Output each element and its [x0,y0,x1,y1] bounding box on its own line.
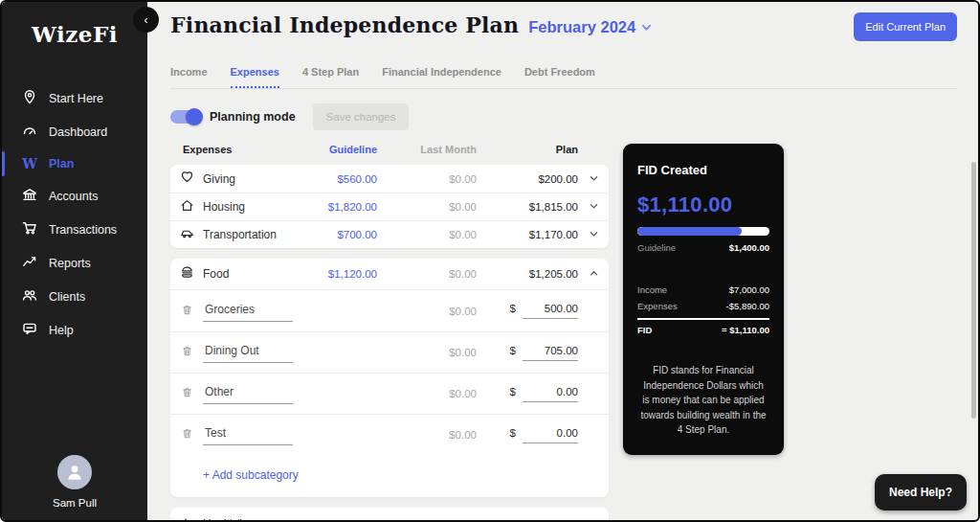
tab-financial-independence[interactable]: Financial Independence [382,66,501,88]
topbar: Financial Independence Plan February 202… [170,2,957,41]
car-icon [180,226,194,244]
sidebar-item-start-here[interactable]: Start Here [2,81,147,115]
main-content: Financial Independence Plan February 202… [147,2,978,520]
subcategory-name-input[interactable]: Groceries [203,301,293,322]
fid-progress-fill [637,227,742,236]
plan-amount-input[interactable]: $ 500.00 [477,303,578,319]
chevron-down-icon[interactable] [589,198,599,216]
app-window: WizeFi ‹ Start Here Dashboard W Plan Acc… [0,0,980,522]
need-help-button[interactable]: Need Help? [875,474,967,511]
sidebar-item-help[interactable]: Help [2,313,147,347]
col-header-guideline: Guideline [293,144,377,155]
table-header-row: Expenses Guideline Last Month Plan [170,144,609,165]
subcategory-row-test: Test $0.00 $ 0.00 [170,414,609,455]
subcategory-name-input[interactable]: Other [203,383,293,404]
page-title: Financial Independence Plan [170,12,519,37]
home-icon [180,198,194,216]
fid-expenses-row: Expenses -$5,890.00 [637,298,769,314]
trash-icon[interactable] [181,303,193,320]
sidebar-item-label: Start Here [49,92,103,105]
col-header-expenses: Expenses [170,144,293,155]
tab-income[interactable]: Income [170,66,208,88]
chevron-down-icon [641,22,652,33]
subcategory-name-input[interactable]: Dining Out [203,342,293,363]
sidebar-item-transactions[interactable]: Transactions [2,213,147,246]
chevron-down-icon[interactable] [589,226,599,243]
table-row-food[interactable]: Food $1,120.00 $0.00 $1,205.00 [170,259,609,290]
planning-mode-toggle[interactable]: Planning mode [170,110,296,124]
subcategory-row-dining-out: Dining Out $0.00 $ 705.00 [170,331,609,373]
toggle-track [170,110,201,124]
fid-guideline-row: Guideline $1,400.00 [637,242,769,253]
chevron-down-icon[interactable] [589,515,599,520]
content-area: Expenses Guideline Last Month Plan Givin… [170,144,957,520]
sidebar-item-reports[interactable]: Reports [2,246,147,280]
sidebar-item-label: Help [49,324,74,337]
burger-icon [180,265,194,284]
add-subcategory-link[interactable]: + Add subcategory [170,455,609,497]
edit-current-plan-button[interactable]: Edit Current Plan [854,12,957,41]
sidebar-item-clients[interactable]: Clients [2,280,147,313]
fid-total-row: FID = $1,110.00 [637,318,769,338]
trash-icon[interactable] [181,426,193,443]
expenses-table: Expenses Guideline Last Month Plan Givin… [170,144,609,520]
period-label: February 2024 [528,18,635,36]
plan-controls: Planning mode Save changes [170,103,957,130]
sidebar-item-dashboard[interactable]: Dashboard [2,115,147,148]
fid-title: FID Created [637,163,769,177]
fid-breakdown: Income $7,000.00 Expenses -$5,890.00 FID… [637,282,769,338]
tab-4-step-plan[interactable]: 4 Step Plan [302,66,359,88]
heartbeat-icon [180,515,194,521]
table-row-health-insurance[interactable]: Health/Insurance $840.00 $0.00 $100.00 [170,508,609,520]
chevron-left-icon: ‹ [145,13,148,27]
app-logo: WizeFi [2,2,147,47]
fid-panel: FID Created $1,110.00 Guideline $1,400.0… [623,144,784,455]
fid-description: FID stands for Financial Independence Do… [637,363,769,438]
scrollbar-thumb[interactable] [971,162,976,419]
tab-bar: Income Expenses 4 Step Plan Financial In… [170,66,957,89]
col-header-plan: Plan [477,144,578,155]
tab-expenses[interactable]: Expenses [231,66,279,88]
fid-progress-bar [637,227,769,236]
avatar [57,455,92,489]
wizefi-w-icon: W [22,156,37,171]
people-icon [22,287,37,306]
save-changes-button[interactable]: Save changes [313,103,410,130]
table-row-housing[interactable]: Housing $1,820.00 $0.00 $1,815.00 [170,193,609,220]
sidebar-item-plan[interactable]: W Plan [2,148,147,179]
chevron-down-icon[interactable] [589,170,599,188]
person-icon [64,462,85,483]
subcategory-name-input[interactable]: Test [203,424,293,445]
heart-icon [180,170,194,188]
planning-mode-label: Planning mode [210,110,296,124]
scrollbar[interactable] [969,4,976,518]
tab-debt-freedom[interactable]: Debt Freedom [524,66,595,88]
user-profile[interactable]: Sam Pull [2,455,147,509]
chevron-up-icon[interactable] [589,265,599,283]
sidebar-item-accounts[interactable]: Accounts [2,179,147,213]
trash-icon[interactable] [181,385,193,402]
trend-chart-icon [22,254,37,272]
cart-icon [22,220,37,238]
table-row-giving[interactable]: Giving $560.00 $0.00 $200.00 [170,165,609,193]
sidebar-item-label: Clients [49,290,85,304]
trash-icon[interactable] [181,344,193,361]
sidebar-collapse-button[interactable]: ‹ [133,7,159,33]
sidebar-item-label: Plan [49,157,74,170]
fid-amount: $1,110.00 [637,193,769,217]
period-selector[interactable]: February 2024 [528,18,652,36]
table-row-transportation[interactable]: Transportation $700.00 $0.00 $1,170.00 [170,220,609,248]
food-expense-card: Food $1,120.00 $0.00 $1,205.00 Groceries… [170,259,609,497]
chat-icon [22,321,37,339]
plan-amount-input[interactable]: $ 0.00 [477,427,578,443]
gauge-icon [22,123,37,141]
fid-income-row: Income $7,000.00 [637,282,769,298]
sidebar: WizeFi ‹ Start Here Dashboard W Plan Acc… [2,2,147,520]
subcategory-row-other: Other $0.00 $ 0.00 [170,373,609,414]
col-header-last-month: Last Month [377,144,477,155]
expense-group-card: Giving $560.00 $0.00 $200.00 Housing $1,… [170,165,609,248]
sidebar-item-label: Accounts [49,190,98,203]
plan-amount-input[interactable]: $ 705.00 [477,345,578,361]
subcategory-row-groceries: Groceries $0.00 $ 500.00 [170,290,609,331]
plan-amount-input[interactable]: $ 0.00 [477,386,578,402]
